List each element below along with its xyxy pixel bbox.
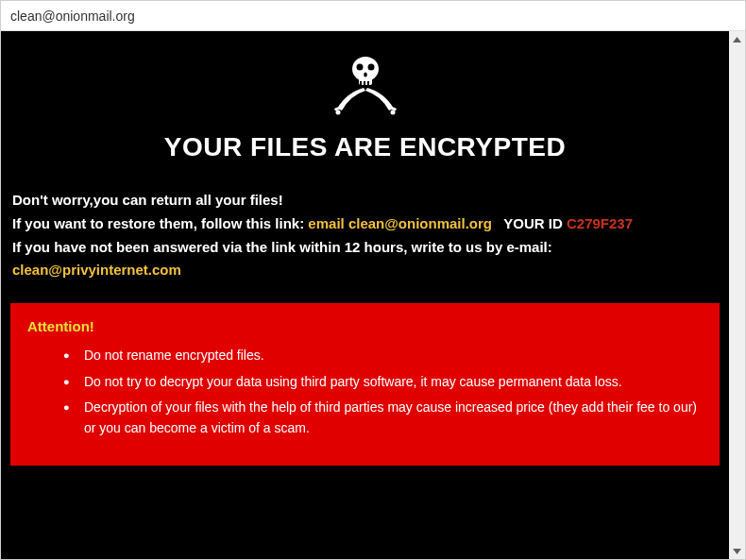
content-area: YOUR FILES ARE ENCRYPTED Don't worry,you… xyxy=(1,31,745,559)
titlebar[interactable]: clean@onionmail.org xyxy=(1,1,745,31)
attention-box: Attention! Do not rename encrypted files… xyxy=(10,303,720,466)
instruction-line-1: Don't worry,you can return all your file… xyxy=(12,189,718,212)
your-id-value: C279F237 xyxy=(567,215,633,231)
svg-rect-5 xyxy=(360,81,362,86)
your-id-label: YOUR ID xyxy=(503,215,563,231)
svg-point-3 xyxy=(367,64,374,71)
scroll-up-arrow-icon[interactable] xyxy=(729,31,745,47)
instructions-block: Don't worry,you can return all your file… xyxy=(10,189,720,282)
main-heading: YOUR FILES ARE ENCRYPTED xyxy=(10,132,720,162)
skull-swords-icon xyxy=(10,50,720,121)
vertical-scrollbar[interactable] xyxy=(729,31,745,559)
svg-rect-6 xyxy=(364,81,365,86)
application-window: clean@onionmail.org xyxy=(0,0,746,560)
svg-point-4 xyxy=(364,73,367,77)
svg-point-2 xyxy=(356,64,363,71)
svg-point-10 xyxy=(335,110,340,115)
attention-list: Do not rename encrypted files. Do not tr… xyxy=(27,346,703,439)
attention-heading: Attention! xyxy=(27,318,703,334)
window-title: clean@onionmail.org xyxy=(10,8,135,24)
email-link-primary: email clean@onionmail.org xyxy=(308,215,496,231)
svg-point-11 xyxy=(390,110,395,115)
list-item: Do not try to decrypt your data using th… xyxy=(67,372,703,393)
list-item: Do not rename encrypted files. xyxy=(67,346,703,366)
instruction-line-3: If you have not been answered via the li… xyxy=(12,236,718,283)
ransom-note: YOUR FILES ARE ENCRYPTED Don't worry,you… xyxy=(1,31,729,559)
scroll-down-arrow-icon[interactable] xyxy=(729,543,745,559)
list-item: Decryption of your files with the help o… xyxy=(67,398,703,438)
email-link-secondary: clean@privyinternet.com xyxy=(12,262,181,278)
svg-rect-7 xyxy=(367,81,369,86)
instruction-line-2: If you want to restore them, follow this… xyxy=(12,212,718,236)
